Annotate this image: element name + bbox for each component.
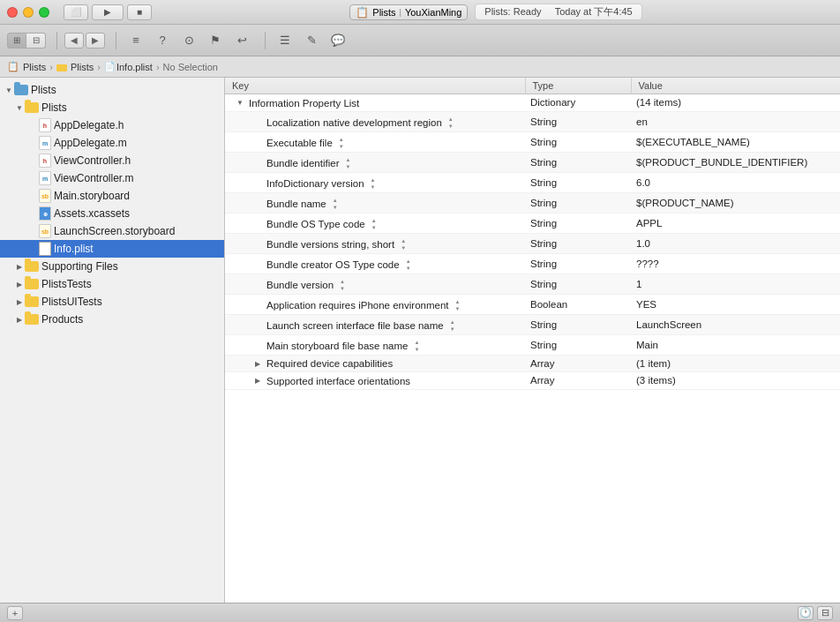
sidebar-item-products[interactable]: Products [0, 311, 224, 328]
disclosure-plists-ui-tests[interactable] [14, 296, 25, 307]
table-row[interactable]: Bundle versions string, short▲▼String1.0 [225, 233, 840, 253]
plist-table-header: Key Type Value [225, 78, 840, 94]
table-cell-type: String [525, 131, 631, 152]
stepper[interactable]: ▲▼ [369, 217, 379, 231]
table-cell-value: en [631, 111, 840, 131]
table-cell-key: Supported interface orientations [225, 372, 525, 390]
sidebar-item-plists-tests[interactable]: PlistsTests [0, 275, 224, 293]
sidebar-item-assets-xcassets[interactable]: ⊕ Assets.xcassets [0, 205, 224, 222]
table-row[interactable]: Supported interface orientationsArray(3 … [225, 372, 840, 390]
sidebar-label-assets-xcassets: Assets.xcassets [54, 207, 130, 220]
stepper[interactable]: ▲▼ [330, 197, 341, 211]
maximize-button[interactable] [39, 7, 49, 18]
minimize-button[interactable] [23, 7, 34, 18]
table-row[interactable]: Bundle version▲▼String1 [225, 274, 840, 294]
view-assistant-button[interactable]: ⊟ [26, 33, 46, 49]
sidebar-item-launchscreen-storyboard[interactable]: sb LaunchScreen.storyboard [0, 222, 224, 240]
breadcrumb-info-plist[interactable]: Info.plist [116, 62, 153, 72]
disclosure-plists-tests[interactable] [14, 279, 25, 289]
sidebar-item-info-plist[interactable]: pl Info.plist [0, 240, 224, 258]
filter-button[interactable]: ⊟ [817, 606, 833, 620]
close-button[interactable] [7, 7, 18, 18]
source-control-button[interactable]: ✎ [299, 30, 324, 51]
nav-back-button[interactable]: ◀ [64, 33, 84, 49]
table-row[interactable]: Required device capabilitiesArray(1 item… [225, 355, 840, 372]
bottom-bar: + 🕐 ⊟ [0, 603, 840, 622]
table-cell-value: $(PRODUCT_NAME) [631, 192, 840, 213]
stepper[interactable]: ▲▼ [336, 136, 347, 150]
table-cell-key: Bundle creator OS Type code▲▼ [225, 253, 525, 274]
debug-panel-button[interactable]: ☰ [273, 30, 297, 51]
sidebar-item-supporting-files[interactable]: Supporting Files [0, 258, 224, 275]
issues-button[interactable]: ⚑ [203, 30, 228, 51]
view-standard-button[interactable]: ⊞ [7, 33, 26, 49]
file-icon-appdelegate-m: m [39, 136, 51, 150]
disclosure-plists-folder[interactable] [14, 102, 25, 113]
sidebar-item-viewcontroller-m[interactable]: m ViewController.m [0, 169, 224, 187]
disclosure-products[interactable] [14, 314, 25, 325]
table-row[interactable]: Bundle name▲▼String$(PRODUCT_NAME) [225, 192, 840, 213]
quick-help-button[interactable]: ? [150, 30, 175, 51]
view-buttons-group: ⊞ ⊟ [7, 33, 46, 49]
run-button[interactable]: ▶ [92, 4, 124, 20]
table-cell-type: Dictionary [525, 94, 631, 112]
breadcrumb-plists-1[interactable]: Plists [23, 62, 46, 72]
table-row[interactable]: Bundle creator OS Type code▲▼String???? [225, 253, 840, 274]
table-row[interactable]: Application requires iPhone environment▲… [225, 294, 840, 314]
stepper[interactable]: ▲▼ [368, 176, 379, 191]
history-button[interactable]: ⊙ [176, 30, 201, 51]
stepper[interactable]: ▲▼ [452, 298, 462, 312]
disclosure-plists-root[interactable] [4, 85, 14, 95]
table-row[interactable]: Information Property ListDictionary(14 i… [225, 94, 840, 112]
sidebar-item-appdelegate-h[interactable]: h AppDelegate.h [0, 116, 224, 134]
key-text: Main storyboard file base name [266, 341, 408, 351]
table-row[interactable]: Main storyboard file base name▲▼StringMa… [225, 334, 840, 355]
table-row[interactable]: Bundle OS Type code▲▼StringAPPL [225, 213, 840, 233]
sidebar-label-info-plist: Info.plist [54, 243, 94, 255]
stepper[interactable]: ▲▼ [342, 156, 353, 170]
file-inspector-button[interactable]: ≡ [124, 30, 148, 51]
history-clock-button[interactable]: 🕐 [798, 606, 814, 620]
table-row[interactable]: Launch screen interface file base name▲▼… [225, 314, 840, 334]
sidebar-item-main-storyboard[interactable]: sb Main.storyboard [0, 187, 224, 205]
table-row[interactable]: Executable file▲▼String$(EXECUTABLE_NAME… [225, 131, 840, 152]
sidebar-item-plists-root[interactable]: Plists [0, 81, 224, 99]
table-cell-value: ???? [631, 253, 840, 274]
stepper[interactable]: ▲▼ [403, 258, 414, 272]
stepper[interactable]: ▲▼ [411, 339, 422, 353]
add-item-button[interactable]: + [7, 606, 23, 620]
content-area: Key Type Value Information Property List… [225, 78, 840, 603]
scheme-selector[interactable]: 📋 Plists | YouXianMing [349, 4, 468, 20]
stepper[interactable]: ▲▼ [337, 278, 348, 292]
sidebar-label-plists-tests: PlistsTests [41, 278, 92, 290]
toolbar: ⊞ ⊟ ◀ ▶ ≡ ? ⊙ ⚑ ↩ ☰ ✎ 💬 [0, 25, 840, 56]
table-cell-key: Executable file▲▼ [225, 131, 525, 152]
file-icon-viewcontroller-m: m [39, 171, 51, 185]
table-cell-key: Launch screen interface file base name▲▼ [225, 314, 525, 334]
sidebar-item-plists-folder[interactable]: Plists [0, 99, 224, 116]
sidebar-toggle-button[interactable]: ⬜ [64, 4, 88, 20]
disclosure-supporting-files[interactable] [14, 261, 25, 272]
table-cell-value: $(EXECUTABLE_NAME) [631, 131, 840, 152]
nav-forward-button[interactable]: ▶ [86, 33, 105, 49]
breadcrumb-plists-2[interactable]: Plists [71, 62, 94, 72]
disclosure-btn[interactable] [251, 375, 264, 387]
table-cell-key: Localization native development region▲▼ [225, 111, 525, 131]
table-cell-value: APPL [631, 213, 840, 233]
sidebar-label-plists: Plists [41, 101, 67, 114]
disclosure-btn[interactable] [251, 357, 264, 370]
stop-button[interactable]: ■ [127, 4, 152, 20]
table-row[interactable]: Bundle identifier▲▼String$(PRODUCT_BUNDL… [225, 152, 840, 172]
sidebar-item-viewcontroller-h[interactable]: h ViewController.h [0, 152, 224, 169]
table-row[interactable]: InfoDictionary version▲▼String6.0 [225, 172, 840, 192]
sidebar-item-appdelegate-m[interactable]: m AppDelegate.m [0, 134, 224, 152]
breakpoints-button[interactable]: 💬 [326, 30, 350, 51]
table-row[interactable]: Localization native development region▲▼… [225, 111, 840, 131]
stepper[interactable]: ▲▼ [398, 237, 409, 251]
stepper[interactable]: ▲▼ [446, 116, 456, 130]
stepper[interactable]: ▲▼ [447, 318, 458, 333]
disclosure-btn[interactable] [234, 97, 246, 109]
sidebar-item-plists-ui-tests[interactable]: PlistsUITests [0, 293, 224, 311]
undo-button[interactable]: ↩ [229, 30, 254, 51]
bottom-bar-left: + [7, 606, 23, 620]
